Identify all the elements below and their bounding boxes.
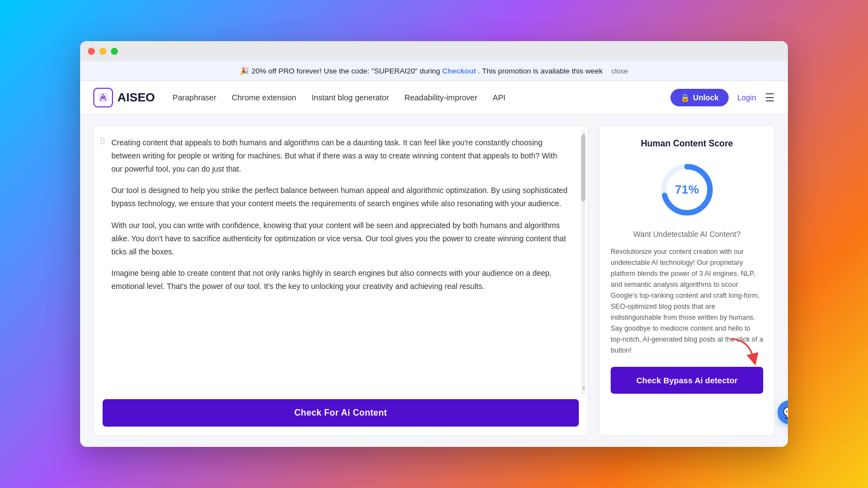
promo-text-before: 🎉 20% off PRO forever! Use the code: "SU… <box>240 67 442 75</box>
arrow-container: Check Bypass Ai detector <box>611 367 763 394</box>
nav-links: Paraphraser Chrome extension Instant blo… <box>172 93 670 102</box>
score-value: 71% <box>675 183 699 197</box>
logo-area: AISEO <box>93 88 155 107</box>
paragraph-1: Creating content that appeals to both hu… <box>111 137 568 175</box>
minimize-button[interactable] <box>99 48 106 55</box>
text-content[interactable]: Creating content that appeals to both hu… <box>94 126 579 399</box>
login-link[interactable]: Login <box>737 93 756 102</box>
left-panel: ⠿ Creating content that appeals to both … <box>93 125 588 436</box>
paragraph-3: With our tool, you can write with confid… <box>111 219 568 258</box>
check-ai-content-button[interactable]: Check For Ai Content <box>103 399 579 427</box>
close-button[interactable] <box>88 48 95 55</box>
want-undetectable-text: Want Undetectable AI Content? <box>633 230 741 239</box>
nav-chrome-extension[interactable]: Chrome extension <box>232 93 296 102</box>
logo-icon <box>93 88 113 107</box>
lock-icon: 🔒 <box>680 93 690 102</box>
paragraph-4: Imagine being able to create content tha… <box>111 267 568 293</box>
nav-instant-blog[interactable]: Instant blog generator <box>312 93 389 102</box>
menu-icon[interactable]: ☰ <box>765 91 775 104</box>
checkout-link[interactable]: Checkout <box>442 67 476 75</box>
logo-text: AISEO <box>117 90 155 105</box>
scrollbar-track[interactable]: ▲ ▼ <box>581 130 585 395</box>
promo-banner: 🎉 20% off PRO forever! Use the code: "SU… <box>80 61 788 81</box>
right-panel: Human Content Score 71% Want Undetectabl… <box>599 125 775 436</box>
drag-handle-icon[interactable]: ⠿ <box>99 137 106 147</box>
red-arrow-icon <box>717 337 766 372</box>
score-title: Human Content Score <box>641 139 733 149</box>
promo-text-after: . This promotion is available this week <box>478 67 602 75</box>
unlock-button[interactable]: 🔒 Unlock <box>670 89 729 106</box>
chat-icon: 💬 <box>783 406 788 419</box>
navbar: AISEO Paraphraser Chrome extension Insta… <box>80 81 788 114</box>
scroll-down-arrow[interactable]: ▼ <box>581 384 585 393</box>
maximize-button[interactable] <box>111 48 118 55</box>
nav-paraphraser[interactable]: Paraphraser <box>172 93 216 102</box>
donut-chart: 71% <box>657 160 717 220</box>
paragraph-2: Our tool is designed to help you strike … <box>111 184 568 211</box>
text-area-wrapper: ⠿ Creating content that appeals to both … <box>94 126 588 399</box>
nav-readability[interactable]: Readability-improver <box>404 93 477 102</box>
chat-bubble[interactable]: 💬 <box>777 400 788 424</box>
unlock-label: Unlock <box>693 93 719 102</box>
main-content: ⠿ Creating content that appeals to both … <box>80 114 788 447</box>
aiseo-logo-svg <box>97 92 109 104</box>
scrollbar-thumb[interactable] <box>581 135 585 201</box>
title-bar <box>80 41 788 61</box>
nav-actions: 🔒 Unlock Login ☰ <box>670 89 775 106</box>
promo-close-button[interactable]: close <box>611 67 628 75</box>
nav-api[interactable]: API <box>493 93 505 102</box>
svg-point-1 <box>103 94 104 95</box>
browser-window: 🎉 20% off PRO forever! Use the code: "SU… <box>80 41 788 447</box>
